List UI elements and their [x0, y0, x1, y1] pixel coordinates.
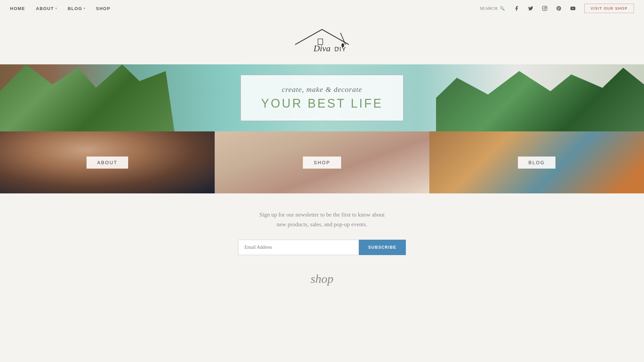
svg-text:Diva: Diva: [313, 44, 331, 53]
svg-point-2: [546, 7, 546, 7]
youtube-icon[interactable]: [568, 4, 578, 13]
nav-right: SEARCH 🔍 VISIT OUR SHOP: [480, 4, 634, 13]
nav-left: HOME ABOUT ▾ BLOG ▾ SHOP: [10, 6, 110, 11]
panel-shop-label[interactable]: SHOP: [303, 157, 341, 169]
svg-line-4: [340, 33, 345, 45]
logo-container: Diva ® DIY: [288, 26, 356, 56]
panel-blog-label[interactable]: BLOG: [518, 157, 556, 169]
instagram-icon[interactable]: [540, 4, 549, 13]
shop-section-hint: shop: [0, 268, 644, 293]
nav-home[interactable]: HOME: [10, 6, 25, 11]
svg-text:DIY: DIY: [334, 46, 346, 53]
about-chevron-icon: ▾: [55, 7, 57, 10]
hero-title: YOUR BEST LIFE: [261, 97, 383, 111]
nav-shop[interactable]: SHOP: [96, 6, 110, 11]
subscribe-button[interactable]: SUBSCRIBE: [359, 240, 406, 255]
email-input[interactable]: [238, 240, 359, 255]
panel-blog[interactable]: BLOG: [429, 131, 644, 193]
panel-about[interactable]: ABOUT: [0, 131, 215, 193]
facebook-icon[interactable]: [512, 4, 521, 13]
hero-box: create, make & decorate YOUR BEST LIFE: [240, 75, 403, 121]
visit-shop-button[interactable]: VISIT OUR SHOP: [584, 4, 634, 13]
svg-rect-0: [542, 6, 547, 10]
svg-point-1: [544, 7, 545, 9]
pinterest-icon[interactable]: [554, 4, 564, 13]
search-area[interactable]: SEARCH 🔍: [480, 6, 505, 11]
main-nav: HOME ABOUT ▾ BLOG ▾ SHOP SEARCH 🔍: [0, 0, 644, 17]
nav-blog[interactable]: BLOG: [68, 6, 83, 11]
nav-about-container: ABOUT ▾: [36, 6, 57, 11]
panels: ABOUT SHOP BLOG: [0, 131, 644, 193]
newsletter-text: Sign up for our newsletter to be the fir…: [259, 210, 384, 230]
newsletter-form: SUBSCRIBE: [238, 240, 406, 255]
blog-chevron-icon: ▾: [84, 7, 85, 10]
panel-about-label[interactable]: ABOUT: [87, 157, 128, 169]
panel-shop[interactable]: SHOP: [215, 131, 429, 193]
shop-script-label: shop: [311, 272, 333, 286]
social-icons: [512, 4, 578, 13]
newsletter-line2: new products, sales, and pop-up events.: [277, 221, 367, 228]
search-label: SEARCH: [480, 6, 497, 11]
newsletter-section: Sign up for our newsletter to be the fir…: [0, 193, 644, 268]
nav-about[interactable]: ABOUT: [36, 6, 54, 11]
hero-subtitle: create, make & decorate: [261, 85, 383, 94]
logo-area: Diva ® DIY: [0, 17, 644, 64]
logo-svg: Diva ® DIY: [288, 26, 356, 56]
twitter-icon[interactable]: [526, 4, 535, 13]
nav-blog-container: BLOG ▾: [68, 6, 86, 11]
search-icon: 🔍: [500, 6, 505, 11]
hero-banner: create, make & decorate YOUR BEST LIFE: [0, 64, 644, 131]
newsletter-line1: Sign up for our newsletter to be the fir…: [259, 212, 384, 218]
